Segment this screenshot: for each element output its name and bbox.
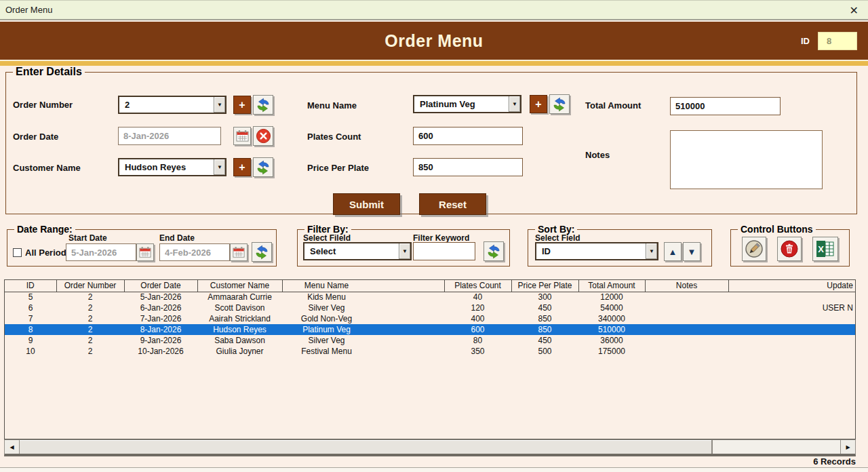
- menu-name-label: Menu Name: [307, 100, 357, 111]
- col-header-customer-name[interactable]: Customer Name: [197, 280, 282, 292]
- enter-details-group: Enter Details Order Number 2 ▼ + Order D…: [5, 66, 857, 214]
- cell: 450: [511, 302, 578, 313]
- order-date-label: Order Date: [13, 132, 58, 142]
- edit-button[interactable]: [742, 237, 766, 261]
- order-number-combobox[interactable]: 2 ▼: [118, 96, 226, 114]
- cell: [728, 335, 855, 346]
- scroll-right-button[interactable]: ▶: [840, 440, 855, 454]
- export-excel-button[interactable]: X: [812, 237, 838, 261]
- cell: Ammaarah Currie: [197, 292, 282, 302]
- col-header-plates-count[interactable]: Plates Count: [444, 280, 511, 292]
- cell: 300: [511, 292, 578, 302]
- table-row[interactable]: 5 2 5-Jan-2026 Ammaarah Currie Kids Menu…: [5, 292, 855, 302]
- cell: 9-Jan-2026: [124, 335, 197, 346]
- customer-name-combobox[interactable]: Hudson Reyes ▼: [118, 158, 226, 176]
- cell: [645, 302, 728, 313]
- sort-field-label: Select Field: [535, 233, 580, 243]
- plates-count-input[interactable]: [413, 127, 523, 145]
- filter-field-combobox[interactable]: Select ▼: [303, 242, 412, 260]
- order-date-calendar-button[interactable]: [233, 127, 251, 145]
- id-label: ID: [801, 36, 810, 46]
- cell: 54000: [578, 302, 645, 313]
- reset-button[interactable]: Reset: [419, 193, 486, 215]
- horizontal-scrollbar[interactable]: ◀ ▶: [4, 439, 856, 456]
- notes-textarea[interactable]: [670, 130, 823, 189]
- edit-pencil-icon: [745, 239, 764, 258]
- window-title: Order Menu: [5, 5, 52, 15]
- dropdown-icon[interactable]: ▼: [509, 96, 520, 112]
- table-row[interactable]: 7 2 7-Jan-2026 Aairah Strickland Gold No…: [5, 313, 855, 324]
- price-per-plate-input[interactable]: [413, 158, 523, 176]
- col-header-price-per-plate[interactable]: Price Per Plate: [511, 280, 578, 292]
- cell: Silver Veg: [282, 302, 444, 313]
- all-period-checkbox[interactable]: [13, 248, 22, 257]
- dropdown-icon[interactable]: ▼: [399, 243, 410, 259]
- sort-descending-button[interactable]: ▼: [683, 242, 701, 261]
- cell: 2: [56, 313, 124, 324]
- table-row[interactable]: 10 2 10-Jan-2026 Giulia Joyner Festival …: [5, 346, 855, 357]
- submit-button[interactable]: Submit: [333, 193, 400, 215]
- cell: 7-Jan-2026: [124, 313, 197, 324]
- customer-name-label: Customer Name: [13, 163, 81, 173]
- table-row-selected[interactable]: 8 2 8-Jan-2026 Hudson Reyes Platinum Veg…: [5, 324, 855, 335]
- order-menu-window: Order Menu ✕ Order Menu ID 8 Enter Detai…: [0, 0, 868, 472]
- table-header-row: ID Order Number Order Date Customer Name…: [5, 280, 855, 292]
- status-bar: [0, 467, 868, 472]
- add-order-number-button[interactable]: +: [233, 96, 251, 114]
- filter-keyword-input[interactable]: [413, 242, 475, 260]
- col-header-id[interactable]: ID: [5, 280, 56, 292]
- cell: Gold Non-Veg: [282, 313, 444, 324]
- col-header-menu-name[interactable]: Menu Name: [282, 280, 444, 292]
- cell: [728, 313, 855, 324]
- col-header-update[interactable]: Update: [728, 280, 855, 292]
- dropdown-icon[interactable]: ▼: [214, 97, 225, 113]
- cell: 36000: [578, 335, 645, 346]
- dropdown-icon[interactable]: ▼: [646, 243, 657, 259]
- add-customer-button[interactable]: +: [233, 158, 251, 176]
- date-range-group: Date Range: Start Date End Date All Peri…: [7, 224, 277, 267]
- col-header-order-date[interactable]: Order Date: [124, 280, 197, 292]
- clear-date-button[interactable]: [253, 126, 273, 146]
- cell: 500: [511, 346, 578, 357]
- add-menu-button[interactable]: +: [530, 95, 547, 113]
- sort-ascending-button[interactable]: ▲: [664, 242, 682, 261]
- sort-field-value: ID: [536, 243, 646, 259]
- cell: [645, 292, 728, 302]
- cell: Festival Menu: [282, 346, 444, 357]
- cell: 40: [444, 292, 511, 302]
- delete-button[interactable]: [777, 237, 802, 261]
- order-date-input[interactable]: [118, 127, 221, 145]
- form-header: Order Menu ID 8: [0, 22, 868, 60]
- refresh-menu-button[interactable]: [549, 94, 570, 114]
- start-date-calendar-button[interactable]: [136, 243, 154, 261]
- end-date-calendar-button[interactable]: [230, 243, 248, 261]
- end-date-input[interactable]: [159, 243, 230, 261]
- refresh-customer-button[interactable]: [253, 157, 273, 177]
- dropdown-icon[interactable]: ▼: [214, 159, 225, 175]
- close-icon[interactable]: ✕: [850, 4, 859, 17]
- table-row[interactable]: 9 2 9-Jan-2026 Saba Dawson Silver Veg 80…: [5, 335, 855, 346]
- cell: 600: [444, 324, 511, 335]
- filter-by-group: Filter By: Select Fileld Select ▼ Filter…: [297, 224, 510, 267]
- refresh-date-range-button[interactable]: [252, 242, 272, 262]
- scrollbar-thumb[interactable]: [20, 440, 713, 454]
- calendar-icon: [235, 130, 250, 142]
- menu-name-combobox[interactable]: Platinum Veg ▼: [413, 95, 521, 113]
- total-amount-input[interactable]: [670, 97, 781, 115]
- col-header-total-amount[interactable]: Total Amount: [578, 280, 645, 292]
- refresh-order-number-button[interactable]: [253, 95, 273, 115]
- filter-field-label: Select Fileld: [303, 233, 351, 243]
- cell: Scott Davison: [197, 302, 282, 313]
- cell: 850: [511, 313, 578, 324]
- col-header-order-number[interactable]: Order Number: [56, 280, 124, 292]
- cell: 5-Jan-2026: [124, 292, 197, 302]
- table-row[interactable]: 6 2 6-Jan-2026 Scott Davison Silver Veg …: [5, 302, 855, 313]
- sort-field-combobox[interactable]: ID ▼: [535, 242, 658, 260]
- col-header-notes[interactable]: Notes: [645, 280, 728, 292]
- scroll-left-button[interactable]: ◀: [5, 440, 20, 454]
- apply-filter-button[interactable]: [484, 241, 504, 261]
- cell: Saba Dawson: [197, 335, 282, 346]
- filter-keyword-label: Filter Keyword: [413, 233, 469, 243]
- start-date-input[interactable]: [66, 243, 136, 261]
- plates-count-label: Plates Count: [307, 132, 361, 142]
